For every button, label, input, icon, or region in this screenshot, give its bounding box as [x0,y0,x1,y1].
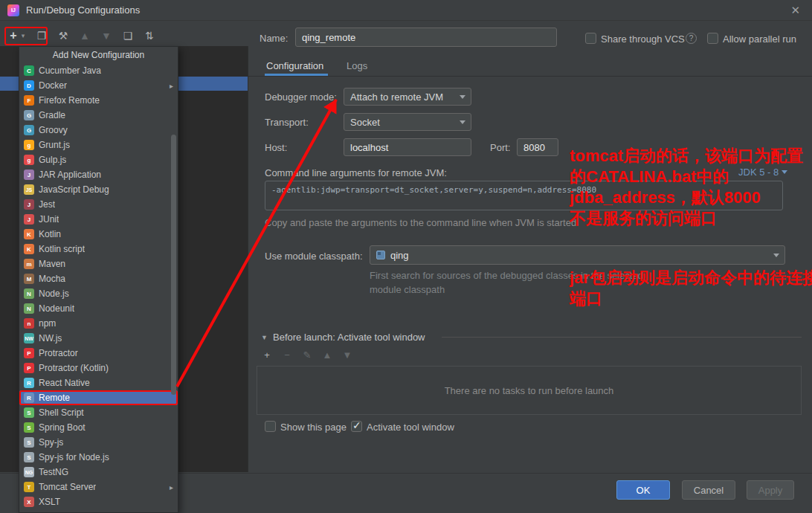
jest-icon: J [24,199,34,210]
edit-task-icon: ✎ [302,349,312,361]
before-launch-toolbar: +−✎▲▼ [262,349,352,361]
popup-item-protractor[interactable]: PProtractor [19,346,178,361]
popup-item-label: Spring Boot [39,422,86,433]
activate-tool-window-checkbox[interactable] [351,421,362,432]
edit-templates-icon[interactable]: ⚒ [57,30,69,42]
before-launch-task-list: There are no tasks to run before launch [257,366,802,415]
popup-scrollbar[interactable] [171,135,176,395]
host-input[interactable] [344,138,471,156]
popup-item-npm[interactable]: nnpm [19,316,178,331]
nw-js-icon: NW [24,333,34,343]
gradle-icon: G [24,110,34,120]
jar-application-icon: J [24,170,34,180]
collapse-section-icon[interactable]: ▼ [261,334,268,341]
grunt-js-icon: g [24,140,34,150]
popup-item-kotlin-script[interactable]: KKotlin script [19,242,178,256]
new-folder-icon[interactable]: ❏ [122,30,134,42]
popup-item-label: Groovy [39,125,68,135]
close-icon[interactable]: ✕ [790,4,800,17]
junit-icon: J [24,214,34,225]
maven-icon: m [24,259,34,269]
popup-item-xslt[interactable]: XXSLT [19,494,178,509]
sort-icon[interactable]: ⇅ [144,30,155,42]
popup-item-nw-js[interactable]: NWNW.js [19,331,178,346]
popup-item-javascript-debug[interactable]: JSJavaScript Debug [19,182,178,197]
popup-item-spy-js-for-node-js[interactable]: SSpy-js for Node.js [19,450,178,465]
popup-item-protractor-kotlin[interactable]: PProtractor (Kotlin) [19,361,178,375]
docker-icon: D [24,80,34,91]
cancel-button[interactable]: Cancel [682,480,735,500]
popup-item-label: Mocha [39,274,65,284]
port-input[interactable] [517,138,558,156]
module-classpath-select[interactable]: qing [370,245,785,265]
allow-parallel-run-checkbox[interactable] [707,33,718,44]
cmdline-args-field[interactable]: -agentlib:jdwp=transport=dt_socket,serve… [265,181,783,210]
tab-logs[interactable]: Logs [347,60,367,71]
popup-item-label: Remote [39,393,70,403]
javascript-debug-icon: JS [24,184,34,195]
popup-item-node-js[interactable]: NNode.js [19,286,178,301]
popup-item-label: JUnit [39,214,59,225]
chevron-down-icon [460,120,465,124]
jdk-version-select[interactable]: JDK 5 - 8 [738,167,787,178]
protractor-kotlin-icon: P [24,363,34,373]
popup-item-tomcat-server[interactable]: TTomcat Server▸ [19,480,178,494]
submenu-arrow-icon: ▸ [170,483,173,491]
popup-item-label: Kotlin [39,229,61,239]
popup-item-label: Gulp.js [39,155,66,165]
help-icon[interactable]: ? [686,33,697,44]
popup-item-cucumber-java[interactable]: CCucumber Java [19,63,178,78]
apply-button[interactable]: Apply [747,480,794,500]
popup-item-maven[interactable]: mMaven [19,256,178,271]
tomcat-server-icon: T [24,482,34,492]
popup-item-mocha[interactable]: MMocha [19,271,178,286]
module-classpath-value: qing [390,250,409,261]
react-native-icon: R [24,378,34,388]
task-move-up-icon: ▲ [322,349,332,361]
popup-item-react-native[interactable]: RReact Native [19,375,178,390]
popup-item-docker[interactable]: DDocker▸ [19,78,178,93]
popup-item-kotlin[interactable]: KKotlin [19,227,178,242]
module-classpath-hint-line2: module classpath [370,284,445,295]
name-input[interactable] [295,28,557,47]
show-this-page-label: Show this page [280,422,347,433]
popup-item-jar-application[interactable]: JJAR Application [19,167,178,182]
popup-item-nodeunit[interactable]: NNodeunit [19,301,178,316]
remove-task-icon: − [282,349,292,361]
popup-item-spy-js[interactable]: SSpy-js [19,435,178,450]
popup-item-gradle[interactable]: GGradle [19,108,178,123]
copy-icon[interactable]: ❐ [36,30,48,42]
popup-item-grunt-js[interactable]: gGrunt.js [19,138,178,152]
add-task-icon[interactable]: + [262,349,272,361]
popup-item-26-more-items[interactable]: 26 more items... [19,509,178,513]
tabs-separator [248,76,812,77]
spy-js-icon: S [24,437,34,448]
popup-item-remote[interactable]: RRemote [19,390,178,405]
add-new-configuration-popup: Add New Configuration CCucumber JavaDDoc… [19,46,178,513]
popup-item-label: Shell Script [39,407,84,418]
ok-button[interactable]: OK [616,480,670,500]
popup-item-label: Nodeunit [39,303,74,314]
debugger-mode-label: Debugger mode: [265,91,337,103]
popup-item-label: XSLT [39,497,60,507]
popup-item-gulp-js[interactable]: gGulp.js [19,152,178,167]
popup-item-junit[interactable]: JJUnit [19,212,178,227]
popup-item-testng[interactable]: NGTestNG [19,465,178,480]
port-label: Port: [490,142,510,153]
show-this-page-checkbox[interactable] [265,421,276,432]
popup-item-jest[interactable]: JJest [19,197,178,212]
add-caret-icon[interactable]: ▾ [20,32,26,39]
add-icon[interactable]: + [7,29,19,42]
share-through-vcs-checkbox[interactable] [585,33,596,44]
debugger-mode-select[interactable]: Attach to remote JVM [344,88,471,106]
popup-item-firefox-remote[interactable]: FFirefox Remote [19,93,178,108]
popup-item-groovy[interactable]: GGroovy [19,123,178,138]
kotlin-icon: K [24,229,34,239]
chevron-down-icon [460,95,465,99]
popup-item-label: Spy-js [39,437,63,448]
popup-item-shell-script[interactable]: SShell Script [19,405,178,420]
popup-item-spring-boot[interactable]: SSpring Boot [19,420,178,435]
node-js-icon: N [24,288,34,299]
transport-select[interactable]: Socket [344,113,471,131]
tab-configuration[interactable]: Configuration [266,60,323,71]
